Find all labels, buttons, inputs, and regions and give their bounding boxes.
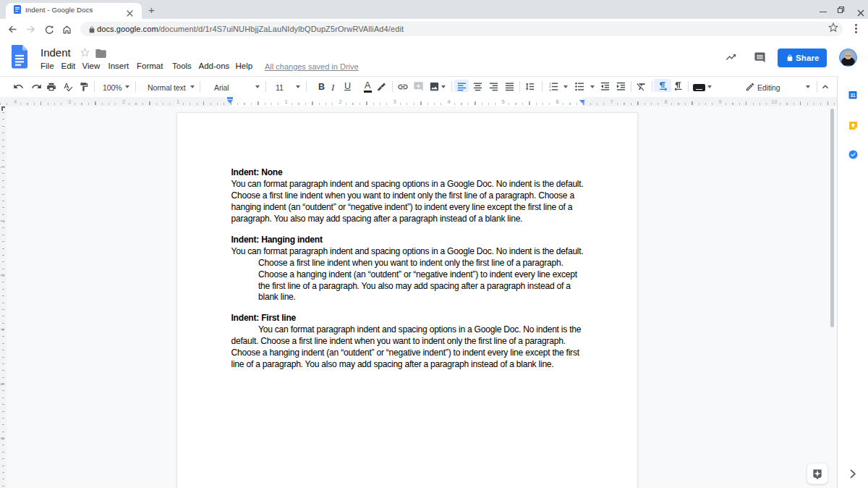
svg-text:3: 3	[549, 88, 551, 92]
svg-text:31: 31	[850, 93, 856, 98]
